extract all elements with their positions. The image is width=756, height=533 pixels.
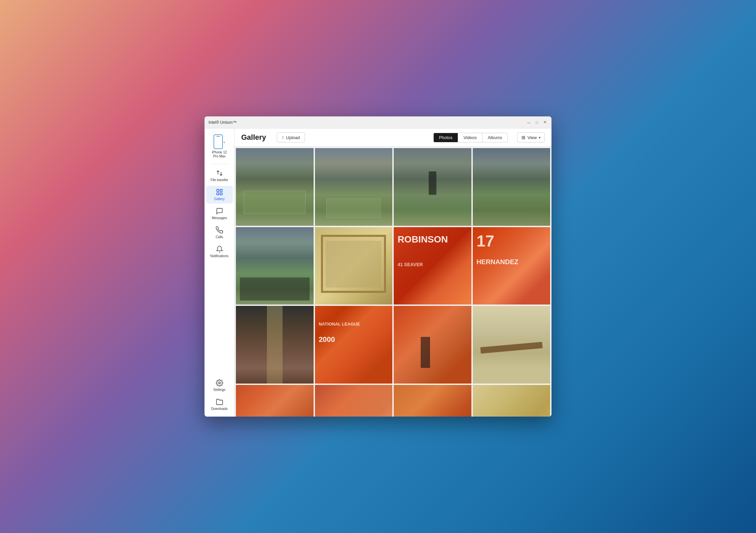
sidebar-item-label: Calls <box>216 235 223 239</box>
gallery-grid: ROBINSON 41 SEAVER 17 HERNANDEZ <box>236 148 550 417</box>
tab-group: Photos Videos Albums <box>433 133 508 142</box>
photo-inner: NATIONAL LEAGUE 2000 <box>315 306 393 384</box>
gallery-item[interactable] <box>236 227 314 305</box>
photo-inner <box>236 306 314 384</box>
upload-icon: ↑ <box>282 135 284 140</box>
gallery-item[interactable] <box>473 148 550 226</box>
photo-inner <box>394 385 471 417</box>
device-selector[interactable]: ▾ iPhone 12 Pro Max <box>210 132 229 161</box>
photo-inner <box>236 148 314 226</box>
sidebar: ▾ iPhone 12 Pro Max File transfer <box>205 128 235 417</box>
svg-rect-2 <box>217 193 219 195</box>
gallery-item[interactable] <box>394 385 471 417</box>
photo-inner <box>236 227 314 305</box>
sidebar-item-label: Settings <box>213 388 225 392</box>
window-title: Intel® Unison™ <box>209 120 526 125</box>
photo-inner <box>473 385 550 417</box>
main-content: Gallery ↑ Upload Photos Videos Albums ⊞ … <box>235 128 551 417</box>
photo-inner <box>394 148 471 226</box>
file-transfer-icon <box>216 169 223 177</box>
photo-inner <box>315 148 393 226</box>
tab-albums[interactable]: Albums <box>482 133 507 142</box>
svg-rect-0 <box>217 189 219 191</box>
device-icon <box>214 134 223 149</box>
photo-inner: ROBINSON 41 SEAVER <box>394 227 471 305</box>
app-body: ▾ iPhone 12 Pro Max File transfer <box>205 128 551 417</box>
sidebar-item-file-transfer[interactable]: File transfer <box>206 167 233 184</box>
downloads-icon <box>216 398 223 406</box>
sidebar-item-settings[interactable]: Settings <box>206 377 233 394</box>
main-header: Gallery ↑ Upload Photos Videos Albums ⊞ … <box>235 128 551 147</box>
window-controls: — □ ✕ <box>526 120 547 125</box>
view-label: View <box>527 135 537 140</box>
gallery-item[interactable] <box>394 306 471 384</box>
calls-icon <box>216 226 223 234</box>
gallery-container[interactable]: ROBINSON 41 SEAVER 17 HERNANDEZ <box>235 147 551 417</box>
sidebar-item-downloads[interactable]: Downloads <box>206 396 233 413</box>
device-chevron-icon: ▾ <box>224 141 225 144</box>
photo-inner <box>473 306 550 384</box>
gallery-item[interactable]: ROBINSON 41 SEAVER <box>394 227 471 305</box>
sidebar-item-label: Gallery <box>214 197 225 201</box>
photo-inner <box>315 227 393 305</box>
photo-inner: 17 HERNANDEZ <box>473 227 550 305</box>
notifications-icon <box>216 245 223 253</box>
gallery-item[interactable] <box>473 306 550 384</box>
sidebar-item-notifications[interactable]: Notifications <box>206 243 233 260</box>
gallery-item[interactable] <box>236 385 314 417</box>
gallery-item[interactable]: NATIONAL LEAGUE 2000 <box>315 306 393 384</box>
chevron-down-icon: ▾ <box>539 136 540 139</box>
sidebar-item-gallery[interactable]: Gallery <box>206 186 233 203</box>
app-window: Intel® Unison™ — □ ✕ ▾ iPhone 12 Pro Max <box>205 116 551 417</box>
upload-label: Upload <box>286 135 300 140</box>
device-label: iPhone 12 Pro Max <box>212 150 227 158</box>
gallery-item[interactable]: 17 HERNANDEZ <box>473 227 550 305</box>
photo-inner <box>236 385 314 417</box>
photo-inner <box>473 148 550 226</box>
svg-rect-1 <box>220 189 222 191</box>
photo-inner <box>394 306 471 384</box>
messages-icon <box>216 207 223 215</box>
gallery-item[interactable] <box>473 385 550 417</box>
close-button[interactable]: ✕ <box>542 120 547 125</box>
sidebar-item-label: Notifications <box>210 254 228 258</box>
maximize-button[interactable]: □ <box>534 120 539 125</box>
photo-inner <box>315 385 393 417</box>
upload-button[interactable]: ↑ Upload <box>277 132 305 142</box>
gallery-item[interactable] <box>315 385 393 417</box>
gallery-item[interactable] <box>315 148 393 226</box>
gallery-icon <box>216 188 223 196</box>
sidebar-item-label: File transfer <box>211 178 228 182</box>
sidebar-item-messages[interactable]: Messages <box>206 205 233 222</box>
page-title: Gallery <box>241 133 266 142</box>
sidebar-item-label: Downloads <box>211 407 228 411</box>
view-button[interactable]: ⊞ View ▾ <box>517 132 545 142</box>
titlebar: Intel® Unison™ — □ ✕ <box>205 116 551 128</box>
grid-icon: ⊞ <box>521 135 525 140</box>
tab-videos[interactable]: Videos <box>458 133 482 142</box>
gallery-item[interactable] <box>315 227 393 305</box>
sidebar-item-label: Messages <box>212 216 227 220</box>
gallery-item[interactable] <box>394 148 471 226</box>
svg-rect-3 <box>220 193 222 195</box>
settings-icon <box>216 379 223 387</box>
gallery-item[interactable] <box>236 148 314 226</box>
minimize-button[interactable]: — <box>526 120 531 125</box>
gallery-item[interactable] <box>236 306 314 384</box>
sidebar-divider <box>211 164 228 164</box>
tab-photos[interactable]: Photos <box>434 133 458 142</box>
svg-point-4 <box>219 382 221 384</box>
sidebar-item-calls[interactable]: Calls <box>206 224 233 241</box>
